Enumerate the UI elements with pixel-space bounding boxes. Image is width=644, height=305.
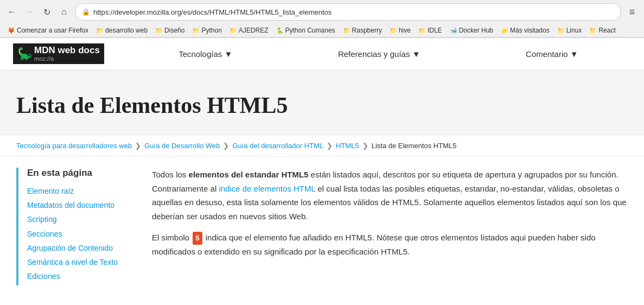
- mdn-logo[interactable]: 🦕 MDN web docs moz://a: [13, 43, 104, 64]
- html5-badge: 5: [193, 232, 202, 245]
- home-button[interactable]: ⌂: [56, 4, 72, 20]
- address-bar-input[interactable]: [93, 8, 614, 16]
- lock-icon: 🔒: [82, 8, 90, 16]
- breadcrumb-separator: ❯: [327, 142, 333, 150]
- folder-icon: 📁: [589, 27, 597, 34]
- firefox-icon: 🦊: [8, 27, 15, 34]
- bookmark-python[interactable]: 📁 Python: [189, 26, 225, 35]
- bookmark-mas-visitados[interactable]: ⭐ Más visitados: [498, 26, 553, 35]
- nav-buttons: ← → ↻ ⌂: [4, 4, 72, 20]
- nav-comentario[interactable]: Comentario ▼: [520, 40, 584, 68]
- intro-paragraph-1: Todos los elementos del estandar HTML5 e…: [152, 168, 628, 223]
- folder-icon: 📁: [96, 27, 104, 34]
- logo-text: MDN web docs moz://a: [34, 46, 100, 62]
- sidebar-item-elemento-raiz[interactable]: Elemento raíz: [27, 186, 136, 196]
- bookmark-label: Más visitados: [510, 27, 550, 34]
- reload-button[interactable]: ↻: [39, 4, 54, 20]
- folder-icon: 📁: [343, 27, 350, 34]
- logo-mdn-text: MDN web docs: [34, 46, 100, 55]
- forward-button[interactable]: →: [22, 4, 37, 20]
- bookmark-label: AJEDREZ: [239, 27, 269, 34]
- breadcrumb-html5[interactable]: HTML5: [336, 142, 359, 150]
- python-icon: 🐍: [276, 27, 284, 34]
- folder-icon: 📁: [418, 27, 426, 34]
- main-content: En esta página Elemento raíz Metadatos d…: [0, 157, 644, 296]
- bookmark-react[interactable]: 📁 React: [586, 26, 619, 35]
- menu-button[interactable]: ≡: [624, 4, 640, 20]
- bookmark-python-cumanes[interactable]: 🐍 Python Cumanes: [273, 26, 339, 35]
- content-area: Todos los elementos del estandar HTML5 e…: [152, 168, 628, 285]
- bookmark-linux[interactable]: 📁 Linux: [554, 26, 585, 35]
- bookmark-label: Linux: [566, 27, 582, 34]
- breadcrumb-guia-desarrollador[interactable]: Guía del desarrollador HTML: [232, 142, 323, 150]
- bookmark-raspberry[interactable]: 📁 Raspberry: [340, 26, 385, 35]
- sidebar-title: En esta página: [27, 168, 136, 179]
- browser-toolbar: ← → ↻ ⌂ 🔒 ≡: [0, 0, 644, 24]
- docker-icon: 🐋: [450, 27, 457, 34]
- bookmark-diseno[interactable]: 📁 Diseño: [152, 26, 188, 35]
- address-bar-container[interactable]: 🔒: [75, 3, 621, 21]
- sidebar-item-metadatos[interactable]: Metadatos del documento: [27, 200, 136, 210]
- bookmark-label: Comenzar a usar Firefox: [17, 27, 88, 34]
- bookmark-hive[interactable]: 📁 hive: [386, 26, 414, 35]
- intro-paragraph-2: El simbolo 5 indica que el elemento fue …: [152, 231, 628, 259]
- bookmark-label: Diseño: [164, 27, 184, 34]
- breadcrumb-separator: ❯: [223, 142, 229, 150]
- p1-link[interactable]: indice de elementos HTML: [219, 184, 315, 193]
- bookmark-desarrollo[interactable]: 📁 desarrollo web: [93, 26, 151, 35]
- bookmark-label: Python: [201, 27, 221, 34]
- nav-tecnologias[interactable]: Tecnologías ▼: [173, 40, 238, 68]
- sidebar: En esta página Elemento raíz Metadatos d…: [16, 168, 136, 285]
- folder-icon: 📁: [229, 27, 237, 34]
- bookmark-firefox[interactable]: 🦊 Comenzar a usar Firefox: [4, 26, 92, 35]
- sidebar-item-secciones[interactable]: Secciones: [27, 229, 136, 239]
- mdn-nav: 🦕 MDN web docs moz://a Tecnologías ▼ Ref…: [0, 38, 644, 71]
- breadcrumb-guia-desarrollo[interactable]: Guía de Desarrollo Web: [144, 142, 220, 150]
- p1-before: Todos los: [152, 170, 189, 179]
- star-icon: ⭐: [501, 27, 508, 34]
- back-button[interactable]: ←: [4, 4, 20, 20]
- folder-icon: 📁: [192, 27, 200, 34]
- mdn-nav-links: Tecnologías ▼ Referencias y guías ▼ Come…: [126, 40, 631, 68]
- bookmark-label: Python Cumanes: [285, 27, 335, 34]
- mdn-site: 🦕 MDN web docs moz://a Tecnologías ▼ Ref…: [0, 38, 644, 296]
- p1-bold: elementos del estandar HTML5: [189, 170, 309, 179]
- bookmark-label: desarrollo web: [105, 27, 148, 34]
- bookmark-label: Raspberry: [352, 27, 382, 34]
- breadcrumb: Tecnología para desarrolladores web ❯ Gu…: [0, 135, 644, 157]
- bookmark-idle[interactable]: 📁 IDLE: [415, 26, 445, 35]
- dino-icon: 🦕: [17, 47, 32, 61]
- bookmark-label: Docker Hub: [459, 27, 493, 34]
- p2-before: El simbolo: [152, 233, 192, 242]
- bookmark-label: React: [598, 27, 615, 34]
- sidebar-item-agrupacion[interactable]: Agrupación de Contenido: [27, 243, 136, 253]
- page-title: Lista de Elementos HTML5: [16, 92, 628, 118]
- sidebar-item-scripting[interactable]: Scripting: [27, 214, 136, 224]
- folder-icon: 📁: [155, 27, 163, 34]
- nav-referencias[interactable]: Referencias y guías ▼: [333, 40, 426, 68]
- folder-icon: 📁: [390, 27, 397, 34]
- bookmark-label: IDLE: [428, 27, 442, 34]
- breadcrumb-current: Lista de Elementos HTML5: [372, 142, 457, 150]
- breadcrumb-tecnologia[interactable]: Tecnología para desarrolladores web: [16, 142, 132, 150]
- breadcrumb-separator: ❯: [135, 142, 141, 150]
- bookmark-label: hive: [399, 27, 411, 34]
- hero-section: Lista de Elementos HTML5: [0, 71, 644, 135]
- bookmark-docker[interactable]: 🐋 Docker Hub: [447, 26, 496, 35]
- sidebar-item-semantica[interactable]: Semántica a nivel de Texto: [27, 257, 136, 267]
- logo-mozilla-text: moz://a: [34, 56, 100, 62]
- sidebar-item-ediciones[interactable]: Ediciones: [27, 271, 136, 281]
- p2-after: indica que el elemento fue añadido en HT…: [152, 233, 596, 256]
- bookmark-ajedrez[interactable]: 📁 AJEDREZ: [226, 26, 272, 35]
- bookmarks-bar: 🦊 Comenzar a usar Firefox 📁 desarrollo w…: [0, 24, 644, 37]
- breadcrumb-separator: ❯: [362, 142, 368, 150]
- folder-icon: 📁: [557, 27, 565, 34]
